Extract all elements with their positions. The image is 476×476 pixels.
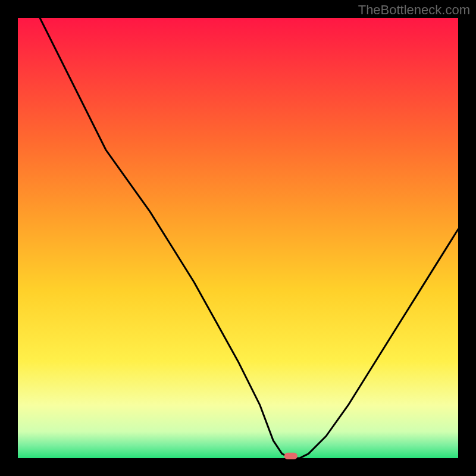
optimal-marker xyxy=(284,453,298,459)
chart-container: TheBottleneck.com xyxy=(0,0,476,476)
watermark: TheBottleneck.com xyxy=(358,2,470,18)
gradient-plot-area xyxy=(18,18,458,458)
bottleneck-chart xyxy=(0,0,476,476)
